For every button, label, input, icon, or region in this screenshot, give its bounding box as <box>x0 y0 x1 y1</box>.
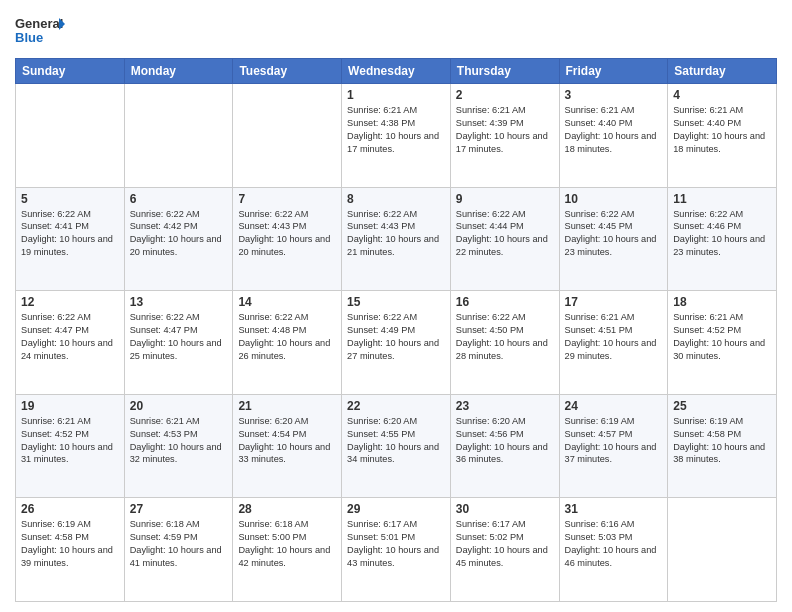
calendar-cell: 10Sunrise: 6:22 AMSunset: 4:45 PMDayligh… <box>559 187 668 291</box>
day-number: 15 <box>347 295 445 309</box>
day-info: Sunrise: 6:22 AMSunset: 4:43 PMDaylight:… <box>238 208 336 260</box>
day-number: 26 <box>21 502 119 516</box>
calendar-cell: 4Sunrise: 6:21 AMSunset: 4:40 PMDaylight… <box>668 84 777 188</box>
day-number: 19 <box>21 399 119 413</box>
day-info: Sunrise: 6:21 AMSunset: 4:52 PMDaylight:… <box>21 415 119 467</box>
calendar-cell: 3Sunrise: 6:21 AMSunset: 4:40 PMDaylight… <box>559 84 668 188</box>
day-info: Sunrise: 6:19 AMSunset: 4:57 PMDaylight:… <box>565 415 663 467</box>
logo: General Blue <box>15 10 65 50</box>
calendar-cell: 12Sunrise: 6:22 AMSunset: 4:47 PMDayligh… <box>16 291 125 395</box>
day-number: 14 <box>238 295 336 309</box>
day-number: 5 <box>21 192 119 206</box>
calendar-cell: 19Sunrise: 6:21 AMSunset: 4:52 PMDayligh… <box>16 394 125 498</box>
calendar-cell: 13Sunrise: 6:22 AMSunset: 4:47 PMDayligh… <box>124 291 233 395</box>
calendar-cell: 24Sunrise: 6:19 AMSunset: 4:57 PMDayligh… <box>559 394 668 498</box>
day-info: Sunrise: 6:17 AMSunset: 5:01 PMDaylight:… <box>347 518 445 570</box>
svg-text:Blue: Blue <box>15 30 43 45</box>
day-number: 9 <box>456 192 554 206</box>
day-number: 12 <box>21 295 119 309</box>
day-number: 7 <box>238 192 336 206</box>
day-info: Sunrise: 6:22 AMSunset: 4:50 PMDaylight:… <box>456 311 554 363</box>
day-info: Sunrise: 6:18 AMSunset: 5:00 PMDaylight:… <box>238 518 336 570</box>
calendar-cell: 20Sunrise: 6:21 AMSunset: 4:53 PMDayligh… <box>124 394 233 498</box>
calendar-table: SundayMondayTuesdayWednesdayThursdayFrid… <box>15 58 777 602</box>
svg-text:General: General <box>15 16 63 31</box>
day-info: Sunrise: 6:21 AMSunset: 4:38 PMDaylight:… <box>347 104 445 156</box>
day-info: Sunrise: 6:18 AMSunset: 4:59 PMDaylight:… <box>130 518 228 570</box>
day-number: 8 <box>347 192 445 206</box>
calendar-cell: 25Sunrise: 6:19 AMSunset: 4:58 PMDayligh… <box>668 394 777 498</box>
day-number: 3 <box>565 88 663 102</box>
day-number: 10 <box>565 192 663 206</box>
day-number: 27 <box>130 502 228 516</box>
weekday-header: Thursday <box>450 59 559 84</box>
calendar-cell <box>668 498 777 602</box>
calendar-cell: 6Sunrise: 6:22 AMSunset: 4:42 PMDaylight… <box>124 187 233 291</box>
day-info: Sunrise: 6:16 AMSunset: 5:03 PMDaylight:… <box>565 518 663 570</box>
day-number: 22 <box>347 399 445 413</box>
header: General Blue <box>15 10 777 50</box>
day-number: 16 <box>456 295 554 309</box>
day-number: 24 <box>565 399 663 413</box>
day-number: 18 <box>673 295 771 309</box>
day-info: Sunrise: 6:20 AMSunset: 4:54 PMDaylight:… <box>238 415 336 467</box>
day-number: 17 <box>565 295 663 309</box>
day-number: 6 <box>130 192 228 206</box>
day-info: Sunrise: 6:17 AMSunset: 5:02 PMDaylight:… <box>456 518 554 570</box>
day-info: Sunrise: 6:21 AMSunset: 4:40 PMDaylight:… <box>565 104 663 156</box>
calendar-cell: 1Sunrise: 6:21 AMSunset: 4:38 PMDaylight… <box>342 84 451 188</box>
calendar-cell: 30Sunrise: 6:17 AMSunset: 5:02 PMDayligh… <box>450 498 559 602</box>
weekday-header: Saturday <box>668 59 777 84</box>
logo-icon: General Blue <box>15 10 65 50</box>
calendar-cell: 15Sunrise: 6:22 AMSunset: 4:49 PMDayligh… <box>342 291 451 395</box>
calendar-cell: 27Sunrise: 6:18 AMSunset: 4:59 PMDayligh… <box>124 498 233 602</box>
calendar-cell <box>16 84 125 188</box>
day-info: Sunrise: 6:22 AMSunset: 4:47 PMDaylight:… <box>130 311 228 363</box>
day-info: Sunrise: 6:22 AMSunset: 4:46 PMDaylight:… <box>673 208 771 260</box>
calendar-cell: 23Sunrise: 6:20 AMSunset: 4:56 PMDayligh… <box>450 394 559 498</box>
day-number: 23 <box>456 399 554 413</box>
calendar-cell: 31Sunrise: 6:16 AMSunset: 5:03 PMDayligh… <box>559 498 668 602</box>
day-number: 28 <box>238 502 336 516</box>
calendar-cell: 5Sunrise: 6:22 AMSunset: 4:41 PMDaylight… <box>16 187 125 291</box>
day-info: Sunrise: 6:22 AMSunset: 4:49 PMDaylight:… <box>347 311 445 363</box>
day-info: Sunrise: 6:22 AMSunset: 4:43 PMDaylight:… <box>347 208 445 260</box>
calendar-cell: 26Sunrise: 6:19 AMSunset: 4:58 PMDayligh… <box>16 498 125 602</box>
day-info: Sunrise: 6:21 AMSunset: 4:52 PMDaylight:… <box>673 311 771 363</box>
day-number: 11 <box>673 192 771 206</box>
calendar-cell: 8Sunrise: 6:22 AMSunset: 4:43 PMDaylight… <box>342 187 451 291</box>
weekday-header: Sunday <box>16 59 125 84</box>
calendar-cell: 29Sunrise: 6:17 AMSunset: 5:01 PMDayligh… <box>342 498 451 602</box>
day-number: 29 <box>347 502 445 516</box>
day-info: Sunrise: 6:20 AMSunset: 4:55 PMDaylight:… <box>347 415 445 467</box>
day-info: Sunrise: 6:21 AMSunset: 4:53 PMDaylight:… <box>130 415 228 467</box>
calendar-cell: 2Sunrise: 6:21 AMSunset: 4:39 PMDaylight… <box>450 84 559 188</box>
calendar-cell: 17Sunrise: 6:21 AMSunset: 4:51 PMDayligh… <box>559 291 668 395</box>
weekday-header: Friday <box>559 59 668 84</box>
day-info: Sunrise: 6:22 AMSunset: 4:48 PMDaylight:… <box>238 311 336 363</box>
calendar-cell: 18Sunrise: 6:21 AMSunset: 4:52 PMDayligh… <box>668 291 777 395</box>
calendar-cell <box>124 84 233 188</box>
calendar-cell: 7Sunrise: 6:22 AMSunset: 4:43 PMDaylight… <box>233 187 342 291</box>
calendar-cell: 22Sunrise: 6:20 AMSunset: 4:55 PMDayligh… <box>342 394 451 498</box>
day-number: 1 <box>347 88 445 102</box>
calendar-cell: 28Sunrise: 6:18 AMSunset: 5:00 PMDayligh… <box>233 498 342 602</box>
day-number: 25 <box>673 399 771 413</box>
day-info: Sunrise: 6:21 AMSunset: 4:39 PMDaylight:… <box>456 104 554 156</box>
calendar-cell: 16Sunrise: 6:22 AMSunset: 4:50 PMDayligh… <box>450 291 559 395</box>
calendar-cell <box>233 84 342 188</box>
day-info: Sunrise: 6:22 AMSunset: 4:41 PMDaylight:… <box>21 208 119 260</box>
weekday-header: Wednesday <box>342 59 451 84</box>
day-info: Sunrise: 6:19 AMSunset: 4:58 PMDaylight:… <box>673 415 771 467</box>
day-number: 21 <box>238 399 336 413</box>
day-info: Sunrise: 6:22 AMSunset: 4:42 PMDaylight:… <box>130 208 228 260</box>
calendar-cell: 14Sunrise: 6:22 AMSunset: 4:48 PMDayligh… <box>233 291 342 395</box>
day-number: 13 <box>130 295 228 309</box>
day-info: Sunrise: 6:21 AMSunset: 4:40 PMDaylight:… <box>673 104 771 156</box>
day-info: Sunrise: 6:20 AMSunset: 4:56 PMDaylight:… <box>456 415 554 467</box>
weekday-header: Tuesday <box>233 59 342 84</box>
day-number: 30 <box>456 502 554 516</box>
day-info: Sunrise: 6:21 AMSunset: 4:51 PMDaylight:… <box>565 311 663 363</box>
page: General Blue SundayMondayTuesdayWednesda… <box>0 0 792 612</box>
day-info: Sunrise: 6:22 AMSunset: 4:47 PMDaylight:… <box>21 311 119 363</box>
